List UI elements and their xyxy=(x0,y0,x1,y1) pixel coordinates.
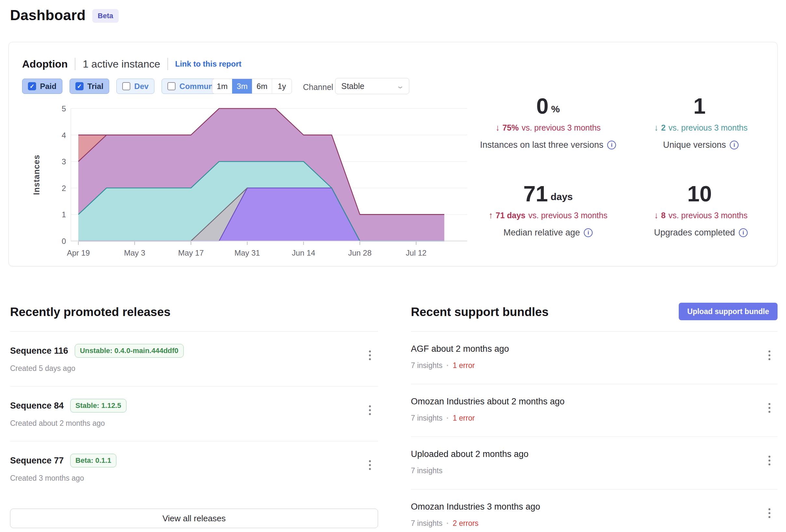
svg-text:May 17: May 17 xyxy=(178,248,204,257)
page-title: Dashboard xyxy=(10,7,86,23)
upload-support-bundle-button[interactable]: Upload support bundle xyxy=(679,303,778,320)
release-row: Sequence 84 Stable: 1.12.5 Created about… xyxy=(10,386,378,441)
bundle-errors: 2 errors xyxy=(453,519,479,528)
page-header: Dashboard Beta xyxy=(10,7,119,23)
svg-text:May 31: May 31 xyxy=(234,248,260,257)
range-6m[interactable]: 6m xyxy=(252,79,272,94)
svg-text:0: 0 xyxy=(62,237,66,245)
checkbox-icon: ✓ xyxy=(28,82,36,90)
arrow-down-icon: ↓ xyxy=(654,211,658,220)
dot-separator xyxy=(446,414,449,422)
bundle-title: Omozan Industries 3 months ago xyxy=(411,502,778,512)
svg-text:1: 1 xyxy=(62,210,66,219)
bundle-title: Omozan Industries about 2 months ago xyxy=(411,396,778,407)
svg-text:5: 5 xyxy=(62,104,66,113)
svg-text:2: 2 xyxy=(62,184,66,193)
bundles-section: Recent support bundles Upload support bu… xyxy=(411,305,778,532)
channel-label: Channel xyxy=(303,82,333,92)
svg-text:Apr 19: Apr 19 xyxy=(67,248,90,257)
channel-select-value: Stable xyxy=(341,81,364,91)
stat-instances-last-three-versions: 0% ↓75%vs. previous 3 months Instances o… xyxy=(472,95,624,176)
release-channel-badge: Beta: 0.1.1 xyxy=(70,454,116,467)
kebab-menu-icon[interactable] xyxy=(766,454,772,467)
info-icon[interactable]: i xyxy=(739,228,748,237)
release-channel-badge: Stable: 1.12.5 xyxy=(70,399,126,412)
release-created: Created 5 days ago xyxy=(10,364,378,386)
kebab-menu-icon[interactable] xyxy=(766,506,772,520)
bundle-errors: 1 error xyxy=(453,414,475,422)
release-created: Created 3 months ago xyxy=(10,474,378,496)
svg-text:Instances: Instances xyxy=(32,154,41,195)
stat-delta: ↑71 daysvs. previous 3 months xyxy=(472,211,624,220)
release-created: Created about 2 months ago xyxy=(10,419,378,441)
info-icon[interactable]: i xyxy=(584,228,593,237)
svg-text:4: 4 xyxy=(62,131,66,140)
release-channel-badge: Unstable: 0.4.0-main.444ddf0 xyxy=(75,344,184,358)
kebab-menu-icon[interactable] xyxy=(367,348,373,362)
arrow-up-icon: ↑ xyxy=(489,211,493,220)
range-3m[interactable]: 3m xyxy=(232,79,252,94)
releases-section: Recently promoted releases Sequence 116 … xyxy=(10,305,378,528)
arrow-down-icon: ↓ xyxy=(495,123,500,132)
license-filters: ✓ Paid ✓ Trial Dev Community xyxy=(22,79,228,94)
bundle-row: Omozan Industries about 2 months ago 7 i… xyxy=(411,384,778,436)
bundle-title: AGF about 2 months ago xyxy=(411,344,778,354)
bundle-errors: 1 error xyxy=(453,361,475,370)
range-1m[interactable]: 1m xyxy=(212,79,232,94)
bundle-insights: 7 insights xyxy=(411,361,442,370)
dot-separator xyxy=(446,361,449,370)
bundle-insights: 7 insights xyxy=(411,414,442,422)
info-icon[interactable]: i xyxy=(730,141,739,149)
filter-chip-trial[interactable]: ✓ Trial xyxy=(70,79,109,94)
arrow-down-icon: ↓ xyxy=(654,123,658,132)
kebab-menu-icon[interactable] xyxy=(766,401,772,415)
release-title: Sequence 77 xyxy=(10,456,64,466)
release-row: Sequence 77 Beta: 0.1.1 Created 3 months… xyxy=(10,441,378,496)
stat-median-relative-age: 71days ↑71 daysvs. previous 3 months Med… xyxy=(472,182,624,263)
active-instances-count: 1 active instance xyxy=(83,58,160,70)
kebab-menu-icon[interactable] xyxy=(367,458,373,472)
adoption-title: Adoption xyxy=(22,58,68,70)
stat-delta: ↓8vs. previous 3 months xyxy=(624,211,777,220)
svg-text:Jul 12: Jul 12 xyxy=(406,248,426,257)
adoption-card: Adoption 1 active instance Link to this … xyxy=(8,42,778,266)
adoption-card-header: Adoption 1 active instance Link to this … xyxy=(22,58,241,70)
channel-select[interactable]: Stable ⌄ xyxy=(335,78,409,94)
header-divider xyxy=(167,58,168,70)
kebab-menu-icon[interactable] xyxy=(367,403,373,417)
filter-chip-paid[interactable]: ✓ Paid xyxy=(22,79,63,94)
kebab-menu-icon[interactable] xyxy=(766,348,772,362)
release-title: Sequence 116 xyxy=(10,346,68,356)
beta-badge: Beta xyxy=(92,9,119,23)
releases-heading: Recently promoted releases xyxy=(10,305,378,319)
checkbox-icon xyxy=(122,82,130,90)
stat-unique-versions: 1 ↓2vs. previous 3 months Unique version… xyxy=(624,95,777,176)
checkbox-icon: ✓ xyxy=(75,82,84,90)
svg-text:3: 3 xyxy=(62,157,66,166)
bundle-insights: 7 insights xyxy=(411,519,442,528)
filter-chip-dev[interactable]: Dev xyxy=(116,79,155,94)
checkbox-icon xyxy=(167,82,176,90)
range-1y[interactable]: 1y xyxy=(272,79,292,94)
bundle-row: Omozan Industries 3 months ago 7 insight… xyxy=(411,489,778,532)
bundle-row: Uploaded about 2 months ago 7 insights xyxy=(411,436,778,489)
header-divider xyxy=(75,58,75,70)
svg-text:Jun 14: Jun 14 xyxy=(292,248,315,257)
release-title: Sequence 84 xyxy=(10,401,64,411)
adoption-stats: 0% ↓75%vs. previous 3 months Instances o… xyxy=(472,88,777,263)
svg-text:May 3: May 3 xyxy=(124,248,145,257)
bundle-row: AGF about 2 months ago 7 insights 1 erro… xyxy=(411,331,778,384)
adoption-area-chart: Apr 19May 3May 17May 31Jun 14Jun 28Jul 1… xyxy=(29,98,472,260)
stat-upgrades-completed: 10 ↓8vs. previous 3 months Upgrades comp… xyxy=(624,182,777,263)
release-row: Sequence 116 Unstable: 0.4.0-main.444ddf… xyxy=(10,331,378,386)
stat-delta: ↓75%vs. previous 3 months xyxy=(472,123,624,133)
bundle-title: Uploaded about 2 months ago xyxy=(411,449,778,459)
chevron-down-icon: ⌄ xyxy=(396,82,404,90)
link-to-report[interactable]: Link to this report xyxy=(175,59,241,69)
view-all-releases-button[interactable]: View all releases xyxy=(10,509,378,528)
svg-text:Jun 28: Jun 28 xyxy=(348,248,372,257)
info-icon[interactable]: i xyxy=(607,141,616,149)
stat-delta: ↓2vs. previous 3 months xyxy=(624,123,777,133)
time-range-selector: 1m 3m 6m 1y xyxy=(212,79,292,94)
dot-separator xyxy=(446,519,449,528)
